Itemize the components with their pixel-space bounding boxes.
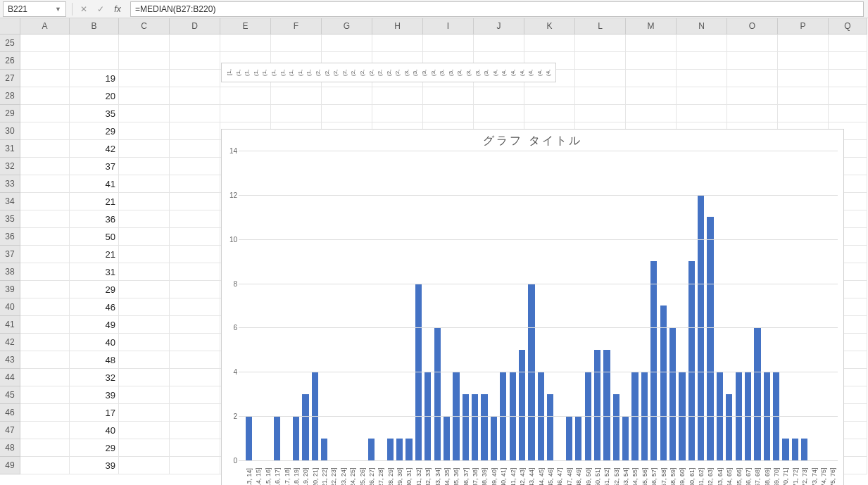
cell-A26[interactable]	[20, 52, 70, 70]
cell-D44[interactable]	[170, 369, 220, 386]
row-header-26[interactable]: 26	[0, 52, 20, 70]
chart-bar[interactable]	[547, 394, 553, 460]
cell-A34[interactable]	[20, 193, 70, 210]
cell-K29[interactable]	[524, 105, 575, 122]
cell-D43[interactable]	[170, 351, 220, 369]
cell-F25[interactable]	[271, 34, 322, 52]
cell-A44[interactable]	[20, 369, 70, 386]
cell-B40[interactable]: 46	[70, 298, 119, 316]
cell-G28[interactable]	[322, 87, 372, 105]
cell-A43[interactable]	[20, 351, 70, 369]
row-header-36[interactable]: 36	[0, 228, 20, 246]
chart-bar[interactable]	[463, 394, 469, 460]
cell-P28[interactable]	[778, 87, 829, 105]
cell-N27[interactable]	[677, 70, 727, 87]
cell-J25[interactable]	[474, 34, 524, 52]
cell-F28[interactable]	[271, 87, 322, 105]
cell-A28[interactable]	[20, 87, 70, 105]
cell-N25[interactable]	[677, 34, 727, 52]
chart-bar[interactable]	[754, 327, 760, 460]
row-header-28[interactable]: 28	[0, 87, 20, 105]
cell-D47[interactable]	[170, 422, 220, 439]
cell-C42[interactable]	[119, 334, 170, 351]
chart-bar[interactable]	[566, 416, 572, 460]
cell-A33[interactable]	[20, 175, 70, 193]
chart-bar[interactable]	[660, 306, 667, 460]
chart-bar[interactable]	[801, 439, 807, 460]
cell-D34[interactable]	[170, 193, 220, 210]
cell-A39[interactable]	[20, 281, 70, 298]
cell-N28[interactable]	[677, 87, 727, 105]
cell-A48[interactable]	[20, 439, 70, 457]
cell-B48[interactable]: 29	[70, 439, 119, 457]
chart-bar[interactable]	[396, 439, 403, 460]
cell-I25[interactable]	[423, 34, 474, 52]
fx-icon[interactable]: fx	[112, 4, 123, 15]
formula-input[interactable]: =MEDIAN(B27:B220)	[130, 1, 864, 17]
chart-bar[interactable]	[491, 416, 497, 460]
cell-D30[interactable]	[170, 122, 220, 140]
cell-A47[interactable]	[20, 422, 70, 439]
column-header-F[interactable]: F	[271, 18, 322, 34]
column-header-G[interactable]: G	[322, 18, 372, 34]
cell-O29[interactable]	[727, 105, 778, 122]
cell-G25[interactable]	[322, 34, 372, 52]
cell-L28[interactable]	[575, 87, 626, 105]
cell-C26[interactable]	[119, 52, 170, 70]
cell-D32[interactable]	[170, 158, 220, 175]
chart-bar[interactable]	[622, 416, 629, 460]
row-header-32[interactable]: 32	[0, 158, 20, 175]
cell-M29[interactable]	[626, 105, 677, 122]
cell-C31[interactable]	[119, 140, 170, 158]
cell-C45[interactable]	[119, 386, 170, 404]
cell-F29[interactable]	[271, 105, 322, 122]
cell-B31[interactable]: 42	[70, 140, 119, 158]
cell-A30[interactable]	[20, 122, 70, 140]
cell-M25[interactable]	[626, 34, 677, 52]
cell-D28[interactable]	[170, 87, 220, 105]
cell-B43[interactable]: 48	[70, 351, 119, 369]
chart-bar[interactable]	[481, 394, 487, 460]
chart-bar[interactable]	[405, 439, 412, 460]
cell-Q26[interactable]	[829, 52, 867, 70]
column-header-J[interactable]: J	[474, 18, 524, 34]
column-header-C[interactable]: C	[119, 18, 170, 34]
chart-bar[interactable]	[726, 394, 732, 460]
row-header-33[interactable]: 33	[0, 175, 20, 193]
cell-C34[interactable]	[119, 193, 170, 210]
cell-C41[interactable]	[119, 316, 170, 334]
chart-bar[interactable]	[368, 439, 375, 460]
column-header-K[interactable]: K	[524, 18, 575, 34]
cell-O27[interactable]	[727, 70, 778, 87]
chart-bar[interactable]	[707, 217, 713, 460]
cell-P29[interactable]	[778, 105, 829, 122]
cell-C35[interactable]	[119, 210, 170, 228]
confirm-icon[interactable]: ✓	[95, 4, 106, 15]
cell-B32[interactable]: 37	[70, 158, 119, 175]
cell-B34[interactable]: 21	[70, 193, 119, 210]
chart-plot-area[interactable]: 02468101214	[239, 151, 838, 460]
cell-B39[interactable]: 29	[70, 281, 119, 298]
cell-N29[interactable]	[677, 105, 727, 122]
chart-bar[interactable]	[274, 416, 280, 460]
histogram-chart[interactable]: グラフ タイトル 02468101214 [13, 14](14, 15](15…	[221, 129, 844, 485]
cell-C25[interactable]	[119, 34, 170, 52]
cell-C33[interactable]	[119, 175, 170, 193]
row-header-27[interactable]: 27	[0, 70, 20, 87]
cell-E29[interactable]	[220, 105, 271, 122]
cell-C30[interactable]	[119, 122, 170, 140]
cell-D33[interactable]	[170, 175, 220, 193]
cell-B36[interactable]: 50	[70, 228, 119, 246]
chart-bar[interactable]	[603, 350, 610, 460]
chart-title[interactable]: グラフ タイトル	[222, 130, 843, 151]
cell-A35[interactable]	[20, 210, 70, 228]
cell-O25[interactable]	[727, 34, 778, 52]
cell-B45[interactable]: 39	[70, 386, 119, 404]
row-header-49[interactable]: 49	[0, 457, 20, 474]
chart-bar[interactable]	[387, 439, 394, 460]
cell-C43[interactable]	[119, 351, 170, 369]
row-header-25[interactable]: 25	[0, 34, 20, 52]
cell-M26[interactable]	[626, 52, 677, 70]
cell-K28[interactable]	[524, 87, 575, 105]
row-header-46[interactable]: 46	[0, 404, 20, 422]
